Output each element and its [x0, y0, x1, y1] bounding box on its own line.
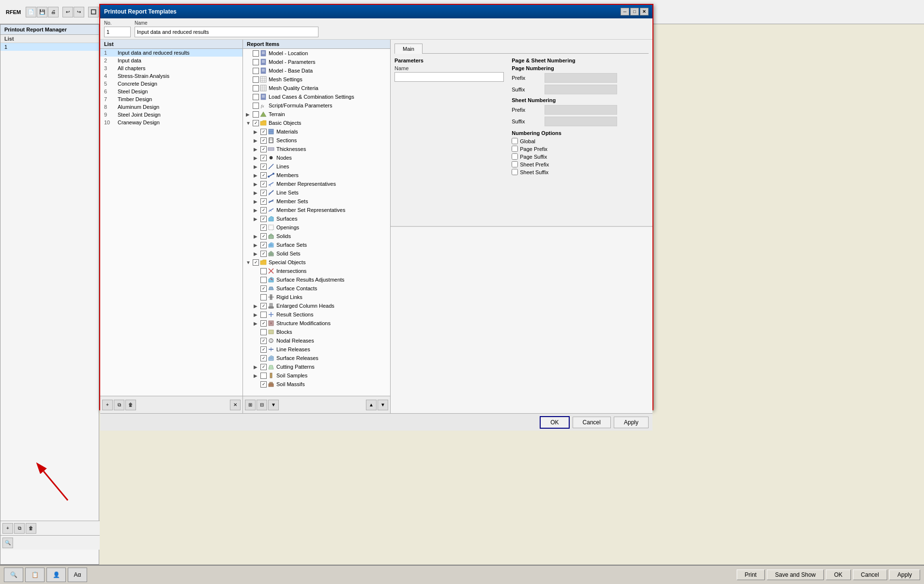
tree-expander[interactable]: ▶: [254, 155, 260, 161]
tree-cb[interactable]: ✓: [260, 198, 267, 205]
tree-expander[interactable]: ▶: [254, 173, 260, 178]
tree-cb[interactable]: ✓: [260, 320, 267, 327]
tree-item-surface-contacts[interactable]: ✓ Surface Contacts: [243, 284, 390, 293]
tree-cb[interactable]: [253, 111, 259, 118]
cb-page-prefix[interactable]: [512, 146, 518, 152]
tree-item-solids[interactable]: ▶ ✓ Solids: [243, 232, 390, 240]
manager-copy-btn[interactable]: ⧉: [14, 523, 25, 534]
tree-cb[interactable]: ✓: [260, 225, 267, 231]
tree-item-model-base-data[interactable]: Model - Base Data: [243, 66, 390, 75]
cb-page-suffix[interactable]: [512, 153, 518, 160]
report-up-btn[interactable]: ▲: [366, 400, 377, 410]
tree-expander[interactable]: ▶: [254, 373, 260, 378]
toolbar-btn-6[interactable]: 🔲: [88, 7, 99, 17]
tree-item-blocks[interactable]: Blocks: [243, 328, 390, 336]
list-row[interactable]: 4Stress-Strain Analysis: [100, 72, 242, 80]
tree-cb[interactable]: ✓: [260, 129, 267, 135]
list-close-btn[interactable]: ✕: [230, 400, 241, 410]
tree-cb[interactable]: [260, 294, 267, 300]
tree-item-rigid-links[interactable]: Rigid Links: [243, 293, 390, 301]
toolbar-btn-2[interactable]: 💾: [37, 7, 47, 17]
report-down-btn[interactable]: ▼: [378, 400, 388, 410]
tree-expander[interactable]: ▶: [246, 112, 253, 117]
tree-item-basic-objects[interactable]: ▼ ✓ Basic Objects: [243, 119, 390, 127]
toolbar-btn-3[interactable]: 🖨: [48, 7, 59, 17]
list-add-btn[interactable]: +: [102, 400, 113, 410]
dialog-close-btn[interactable]: ✕: [640, 8, 649, 15]
tree-item-line-releases[interactable]: ✓ Line Releases: [243, 345, 390, 354]
tree-item-cutting-patterns[interactable]: ▶ ✓ Cutting Patterns: [243, 362, 390, 371]
cb-sheet-prefix[interactable]: [512, 161, 518, 167]
tree-cb[interactable]: ✓: [260, 207, 267, 213]
tree-cb[interactable]: [253, 76, 259, 83]
tree-item-member-set-reps[interactable]: ▶ ✓ Member Set Representatives: [243, 206, 390, 214]
tree-expander[interactable]: ▶: [254, 251, 260, 256]
taskbar-icon-2[interactable]: 📋: [25, 568, 45, 582]
page-suffix-input[interactable]: [545, 85, 617, 94]
tree-item-lines[interactable]: ▶ ✓ Lines: [243, 162, 390, 171]
tree-cb[interactable]: ✓: [260, 242, 267, 248]
no-input[interactable]: [104, 27, 131, 37]
tree-cb[interactable]: [253, 85, 259, 91]
sheet-suffix-input[interactable]: [545, 117, 617, 126]
tree-cb[interactable]: ✓: [260, 233, 267, 240]
tree-cb[interactable]: ✓: [260, 364, 267, 370]
tree-item-soil-samples[interactable]: ▶ Soil Samples: [243, 371, 390, 380]
list-row[interactable]: 7Timber Design: [100, 95, 242, 103]
tree-cb[interactable]: [260, 268, 267, 274]
tree-item-surface-sets[interactable]: ▶ ✓ Surface Sets: [243, 240, 390, 249]
list-row[interactable]: 10Craneway Design: [100, 119, 242, 126]
toolbar-btn-4[interactable]: ↩: [62, 7, 73, 17]
tree-item-members[interactable]: ▶ ✓ Members: [243, 171, 390, 180]
tree-cb[interactable]: ✓: [253, 120, 259, 126]
tree-cb[interactable]: ✓: [260, 181, 267, 187]
tree-cb[interactable]: ✓: [260, 285, 267, 292]
tree-expander[interactable]: ▶: [254, 364, 260, 370]
tree-cb[interactable]: [260, 312, 267, 318]
report-filter-btn[interactable]: ▼: [268, 400, 279, 410]
list-row[interactable]: 5Concrete Design: [100, 80, 242, 88]
taskbar-apply-btn[interactable]: Apply: [889, 569, 920, 580]
tree-cb[interactable]: [253, 50, 259, 57]
list-delete-btn[interactable]: 🗑: [125, 400, 136, 410]
param-name-input[interactable]: [394, 72, 504, 82]
tree-item-surface-results-adj[interactable]: Surface Results Adjustments: [243, 275, 390, 284]
report-collapse-btn[interactable]: ⊟: [257, 400, 267, 410]
tree-item-nodal-releases[interactable]: ✓ Nodal Releases: [243, 336, 390, 345]
tree-cb[interactable]: [260, 373, 267, 379]
tree-item-solid-sets[interactable]: ▶ ✓ Solid Sets: [243, 249, 390, 258]
tree-cb[interactable]: ✓: [260, 137, 267, 144]
toolbar-btn-1[interactable]: 📄: [26, 7, 36, 17]
tree-item-special-objects[interactable]: ▼ ✓ Special Objects: [243, 258, 390, 267]
report-panel-items[interactable]: Model - Location Model - Parameters Mode…: [243, 49, 390, 396]
manager-list-item[interactable]: 1: [0, 43, 99, 51]
tree-item-intersections[interactable]: Intersections: [243, 267, 390, 275]
tree-expander[interactable]: ▶: [254, 312, 260, 317]
tree-item-enlarged-column[interactable]: ▶ ✓ Enlarged Column Heads: [243, 301, 390, 310]
tree-cb[interactable]: ✓: [260, 146, 267, 152]
tree-item-thicknesses[interactable]: ▶ ✓ Thicknesses: [243, 145, 390, 153]
manager-add-btn[interactable]: +: [2, 523, 13, 534]
list-row[interactable]: 9Steel Joint Design: [100, 111, 242, 119]
page-prefix-input[interactable]: [545, 73, 617, 83]
tree-item-mesh-quality-criteria[interactable]: Mesh Quality Criteria: [243, 84, 390, 92]
tree-expander[interactable]: ▶: [254, 147, 260, 152]
tree-item-terrain[interactable]: ▶ Terrain: [243, 110, 390, 119]
tree-cb[interactable]: ✓: [253, 259, 259, 266]
taskbar-save-show-btn[interactable]: Save and Show: [767, 569, 824, 580]
taskbar-print-btn[interactable]: Print: [737, 569, 765, 580]
tree-cb[interactable]: ✓: [260, 251, 267, 257]
list-row[interactable]: 2Input data: [100, 57, 242, 64]
dialog-maximize-btn[interactable]: □: [630, 8, 639, 15]
tree-item-nodes[interactable]: ▶ ✓ Nodes: [243, 153, 390, 162]
taskbar-icon-3[interactable]: 👤: [46, 568, 66, 582]
tree-item-model-parameters[interactable]: Model - Parameters: [243, 58, 390, 66]
list-row[interactable]: 3All chapters: [100, 64, 242, 72]
list-copy-btn[interactable]: ⧉: [114, 400, 124, 410]
tree-expander[interactable]: ▶: [254, 129, 260, 135]
sheet-prefix-input[interactable]: [545, 105, 617, 115]
tree-expander[interactable]: ▶: [254, 208, 260, 213]
tree-expander[interactable]: ▶: [254, 138, 260, 143]
tree-item-load-cases[interactable]: Load Cases & Combination Settings: [243, 92, 390, 101]
tree-expander[interactable]: ▶: [254, 190, 260, 195]
